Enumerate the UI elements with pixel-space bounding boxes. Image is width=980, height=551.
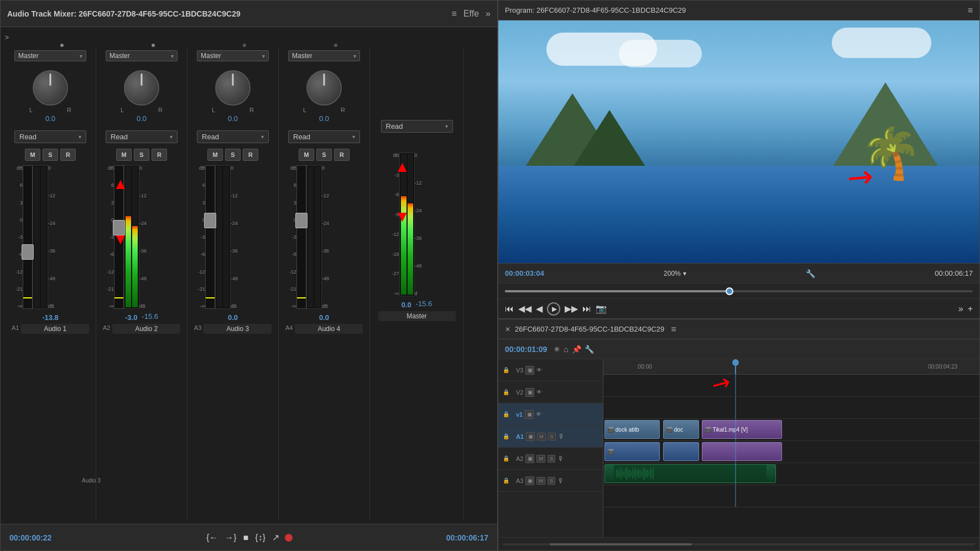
a1-clip3[interactable]	[702, 442, 782, 461]
a1-fader-handle[interactable]	[22, 244, 34, 260]
timeline-scroll-thumb[interactable]	[550, 543, 691, 545]
timeline-tool-1[interactable]: ✳	[554, 345, 560, 354]
a4-solo-btn[interactable]: S	[316, 149, 332, 161]
clip-doc[interactable]: 🎬 doc	[663, 420, 699, 439]
a4-record-btn[interactable]: R	[334, 149, 350, 161]
go-to-in-btn[interactable]: {←	[205, 532, 219, 544]
a2-mode-dropdown[interactable]: Read ▾	[106, 130, 178, 143]
a1-clip[interactable]: 🎬	[604, 442, 660, 461]
mixer-effects-label[interactable]: Effe	[463, 9, 479, 19]
a2-tl-mute[interactable]: M	[536, 455, 545, 463]
a1-mute-btn[interactable]: M	[25, 149, 40, 161]
timeline-tool-3[interactable]: 📌	[572, 345, 581, 354]
go-to-out-btn[interactable]: →}	[223, 532, 237, 544]
a3-db-scale: dB 6 3 0 -3 -6 -12 -21 -∞	[194, 165, 205, 309]
a3-solo-btn[interactable]: S	[225, 149, 241, 161]
a1-clip2[interactable]	[663, 442, 699, 461]
timeline-close-icon[interactable]: ✕	[505, 326, 510, 333]
v1-lock-icon[interactable]: 🔒	[503, 411, 514, 417]
monitor-progress-bar[interactable]	[505, 290, 973, 292]
step-back-btn[interactable]: ⏮	[505, 304, 514, 314]
next-frame-btn[interactable]: ▶▶	[565, 303, 578, 314]
a2-mute-btn[interactable]: M	[116, 149, 132, 161]
a1-tl-btn1[interactable]: ▣	[526, 432, 535, 441]
lift-btn[interactable]: {↕}	[254, 532, 267, 544]
a3-tl-lock-icon[interactable]: 🔒	[503, 477, 514, 484]
prev-frame-btn[interactable]: ◀◀	[518, 303, 531, 314]
monitor-playhead-dot[interactable]	[726, 287, 733, 295]
a2-routing-dropdown[interactable]: Master ▾	[106, 50, 178, 61]
a3-tl-mute[interactable]: M	[536, 477, 545, 485]
a4-fader-track[interactable]	[296, 165, 306, 309]
a2-pan-knob[interactable]	[124, 70, 159, 106]
v3-eye-btn[interactable]: 👁	[536, 367, 542, 373]
a1-record-btn[interactable]: R	[60, 149, 76, 161]
stop-btn[interactable]: ■	[242, 532, 250, 544]
a1-solo-btn[interactable]: S	[43, 149, 58, 161]
master-mode-dropdown[interactable]: Read ▾	[381, 120, 453, 133]
a1-tl-solo[interactable]: S	[548, 433, 556, 440]
record-btn[interactable]	[285, 534, 293, 542]
a1-tl-lock-icon[interactable]: 🔒	[503, 433, 514, 439]
a3-routing-dropdown[interactable]: Master ▾	[197, 50, 269, 61]
program-monitor-title: Program: 26FC6607-27D8-4F65-95CC-1BDCB24…	[505, 6, 686, 14]
a2-fader-track[interactable]	[114, 165, 124, 309]
a1-routing-dropdown[interactable]: Master ▾	[14, 50, 86, 61]
a2-tl-mic[interactable]: 🎙	[557, 455, 564, 463]
v2-eye-btn[interactable]: 👁	[536, 389, 542, 395]
a4-fader-handle[interactable]	[295, 213, 307, 228]
a2-solo-btn[interactable]: S	[134, 149, 149, 161]
a3-mode-dropdown[interactable]: Read ▾	[197, 130, 269, 143]
program-monitor-menu[interactable]: ≡	[968, 6, 973, 15]
a3-pan-knob[interactable]	[215, 70, 251, 106]
a2-fader-handle[interactable]	[113, 220, 125, 235]
a1-tl-mute[interactable]: M	[537, 433, 546, 440]
a2-tl-btn1[interactable]: ▣	[525, 454, 534, 463]
timeline-scroll-bar[interactable]	[503, 543, 975, 545]
add-btn[interactable]: +	[968, 304, 973, 314]
v2-btn1[interactable]: ▣	[525, 388, 534, 397]
export-frame-btn[interactable]: 📷	[596, 303, 607, 314]
mixer-expand-icon[interactable]: »	[486, 9, 491, 19]
more-btn[interactable]: »	[958, 304, 963, 314]
timeline-tool-2[interactable]: ⌂	[564, 345, 568, 354]
a1-pan-knob[interactable]	[33, 70, 68, 106]
v1-eye-btn[interactable]: 👁	[536, 411, 541, 417]
a4-mode-dropdown[interactable]: Read ▾	[288, 130, 360, 143]
a4-mute-btn[interactable]: M	[299, 149, 314, 161]
a1-tl-mic[interactable]: 🎙	[558, 433, 565, 440]
v3-lock-icon[interactable]: 🔒	[503, 367, 514, 373]
a1-fader-track[interactable]	[23, 165, 33, 309]
play-btn[interactable]: ▶	[547, 302, 560, 316]
a3-mute-btn[interactable]: M	[207, 149, 223, 161]
mixer-menu-icon[interactable]: ≡	[452, 9, 457, 19]
v3-btn1[interactable]: ▣	[525, 366, 534, 375]
monitor-zoom-dropdown[interactable]: ▾	[683, 270, 686, 277]
a3-fader-track[interactable]	[205, 165, 215, 309]
a2-record-btn[interactable]: R	[152, 149, 167, 161]
a3-tl-btn1[interactable]: ▣	[525, 476, 534, 485]
timeline-tool-4[interactable]: 🔧	[585, 345, 594, 354]
a2-tl-lock-icon[interactable]: 🔒	[503, 455, 514, 461]
a4-pan-knob[interactable]	[306, 70, 342, 106]
v2-lock-icon[interactable]: 🔒	[503, 389, 514, 395]
clip-dock-atitb[interactable]: 🎬 dock atitb	[604, 420, 660, 439]
timeline-menu[interactable]: ≡	[671, 324, 676, 334]
step-fwd-btn[interactable]: ⏭	[582, 304, 591, 314]
v1-btn1[interactable]: ▣	[525, 410, 534, 419]
prev-btn[interactable]: ◀	[536, 303, 543, 314]
mixer-collapse-btn[interactable]: >	[5, 34, 9, 41]
audio-track-mixer: Audio Track Mixer: 26FC6607-27D8-4F65-95…	[0, 0, 498, 551]
a1-mode-dropdown[interactable]: Read ▾	[14, 130, 86, 143]
a4-routing-dropdown[interactable]: Master ▾	[288, 50, 360, 61]
a3-tl-solo[interactable]: S	[548, 477, 555, 485]
monitor-wrench-icon[interactable]: 🔧	[806, 269, 815, 278]
ruler-mark-0: :00:00	[637, 364, 652, 370]
a2-audio-clip[interactable]	[604, 464, 776, 483]
a3-record-btn[interactable]: R	[243, 149, 258, 161]
a2-tl-solo[interactable]: S	[548, 455, 555, 463]
a3-fader-handle[interactable]	[204, 213, 216, 228]
clip-tikal[interactable]: 🎬 Tikal1.mp4 [V]	[702, 420, 782, 439]
a3-tl-mic[interactable]: 🎙	[557, 477, 564, 485]
export-btn[interactable]: ↗	[271, 531, 280, 544]
